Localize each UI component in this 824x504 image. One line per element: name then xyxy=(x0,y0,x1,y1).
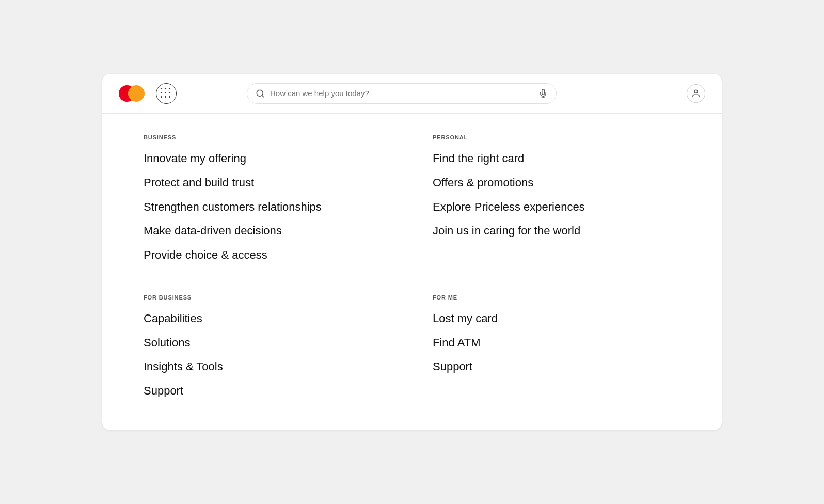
menu-section-for-business: FOR BUSINESSCapabilitiesSolutionsInsight… xyxy=(144,294,391,399)
header xyxy=(102,74,722,114)
section-label-for-me: FOR ME xyxy=(433,294,680,301)
mastercard-logo xyxy=(119,84,146,103)
menu-item[interactable]: Join us in caring for the world xyxy=(433,223,680,239)
menu-item[interactable]: Support xyxy=(144,383,391,399)
menu-item[interactable]: Make data-driven decisions xyxy=(144,223,391,239)
search-input[interactable] xyxy=(270,89,533,98)
menu-item[interactable]: Support xyxy=(433,359,680,375)
menu-item[interactable]: Capabilities xyxy=(144,311,391,327)
content-area: BUSINESSInnovate my offeringProtect and … xyxy=(102,114,722,430)
menu-item[interactable]: Insights & Tools xyxy=(144,359,391,375)
grid-icon xyxy=(161,88,172,99)
svg-line-1 xyxy=(262,95,263,97)
menu-item[interactable]: Innovate my offering xyxy=(144,151,391,167)
menu-item[interactable]: Provide choice & access xyxy=(144,247,391,263)
grid-menu-button[interactable] xyxy=(156,83,177,104)
logo-orange-circle xyxy=(128,85,145,102)
section-label-business: BUSINESS xyxy=(144,134,391,140)
menu-item[interactable]: Explore Priceless experiences xyxy=(433,199,680,215)
user-icon xyxy=(691,89,701,98)
menu-item[interactable]: Strengthen customers relationships xyxy=(144,199,391,215)
menu-item[interactable]: Protect and build trust xyxy=(144,175,391,191)
menu-grid: BUSINESSInnovate my offeringProtect and … xyxy=(144,134,680,399)
menu-item[interactable]: Find the right card xyxy=(433,151,680,167)
section-label-personal: PERSONAL xyxy=(433,134,680,140)
menu-section-for-me: FOR MELost my cardFind ATMSupport xyxy=(433,294,680,399)
svg-point-4 xyxy=(694,90,698,93)
menu-section-personal: PERSONALFind the right cardOffers & prom… xyxy=(433,134,680,263)
menu-item[interactable]: Solutions xyxy=(144,335,391,351)
main-container: BUSINESSInnovate my offeringProtect and … xyxy=(102,74,722,430)
user-account-button[interactable] xyxy=(687,84,705,103)
search-bar xyxy=(247,83,557,104)
menu-item[interactable]: Find ATM xyxy=(433,335,680,351)
logo xyxy=(119,84,146,103)
menu-section-business: BUSINESSInnovate my offeringProtect and … xyxy=(144,134,391,263)
header-right xyxy=(687,84,705,103)
menu-item[interactable]: Lost my card xyxy=(433,311,680,327)
search-icon xyxy=(256,89,265,98)
menu-item[interactable]: Offers & promotions xyxy=(433,175,680,191)
section-label-for-business: FOR BUSINESS xyxy=(144,294,391,301)
microphone-icon[interactable] xyxy=(538,89,548,98)
